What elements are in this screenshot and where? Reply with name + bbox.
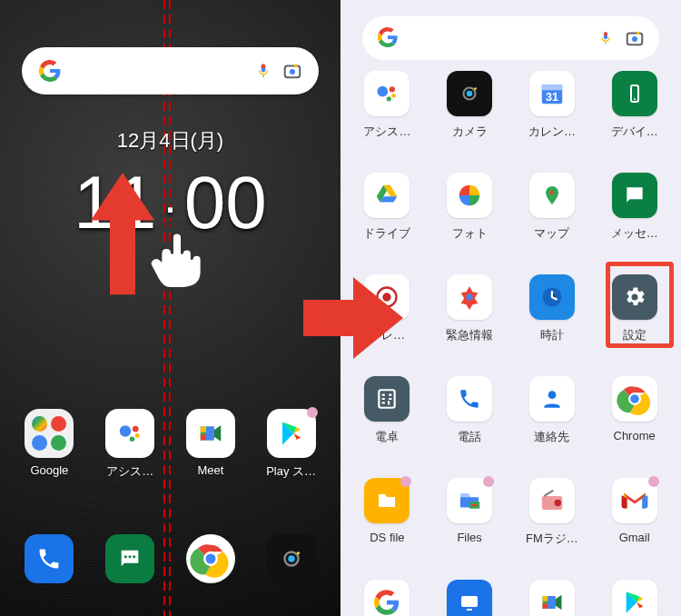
svg-point-9 — [133, 555, 135, 558]
drive-icon — [364, 173, 410, 218]
app-assistant[interactable]: アシス… — [94, 409, 166, 480]
gmail-icon — [612, 478, 657, 523]
app-calculator[interactable]: 電卓 — [346, 376, 429, 478]
svg-point-15 — [297, 551, 300, 554]
app-messages[interactable]: メッセ… — [593, 173, 676, 274]
meet-icon — [186, 409, 235, 458]
app-label: 時計 — [540, 327, 564, 343]
google-search-pill[interactable] — [22, 47, 319, 94]
app-maps[interactable]: マップ — [511, 173, 594, 274]
app-chrome[interactable]: Chrome — [593, 376, 676, 478]
notification-badge — [483, 476, 494, 487]
app-play-store[interactable]: Play ス… — [255, 409, 328, 480]
clock-time: 1100 — [0, 160, 340, 245]
svg-point-1 — [290, 69, 295, 75]
app-meet[interactable]: Meet — [174, 409, 247, 480]
svg-point-5 — [135, 433, 140, 438]
photos-icon — [447, 173, 492, 218]
assistant-icon — [364, 71, 410, 116]
google-icon — [364, 580, 410, 616]
app-google-folder[interactable]: Google — [13, 409, 85, 480]
app-meet[interactable] — [511, 580, 594, 616]
svg-point-8 — [129, 555, 132, 558]
app-tv[interactable] — [429, 580, 511, 616]
camera-icon — [267, 534, 316, 583]
fm-radio-icon — [529, 478, 575, 523]
maps-icon — [529, 173, 575, 218]
assistant-icon — [105, 409, 154, 458]
app-gmail[interactable]: Gmail — [593, 478, 676, 580]
app-voice-rec[interactable]: 声レ… — [346, 274, 429, 376]
svg-point-34 — [467, 294, 473, 301]
app-camera[interactable]: カメラ — [429, 71, 511, 173]
drawer-search[interactable] — [362, 16, 659, 60]
lens-icon[interactable] — [282, 61, 302, 81]
app-phone[interactable]: 電話 — [429, 376, 511, 478]
lens-icon[interactable] — [625, 28, 645, 48]
svg-point-30 — [634, 98, 636, 100]
settings-icon — [612, 274, 657, 320]
app-play-store[interactable] — [593, 580, 676, 616]
app-label: DS file — [370, 531, 404, 544]
app-contacts[interactable]: 連絡先 — [511, 376, 594, 478]
contacts-icon — [529, 376, 575, 422]
svg-point-21 — [392, 94, 397, 98]
svg-point-19 — [378, 86, 389, 97]
home-screen: 12月4日(月) 1100 Google アシス… — [0, 0, 340, 616]
mic-icon[interactable] — [596, 28, 616, 48]
calculator-icon — [364, 376, 410, 422]
app-calendar[interactable]: 31カレン… — [511, 71, 594, 173]
svg-point-24 — [467, 91, 473, 97]
files-icon — [447, 478, 492, 523]
app-drive[interactable]: ドライブ — [346, 173, 429, 274]
app-label: Gmail — [619, 531, 650, 544]
svg-point-20 — [390, 86, 395, 92]
app-photos[interactable]: フォト — [429, 173, 511, 274]
svg-rect-18 — [637, 32, 640, 35]
app-device[interactable]: デバイ… — [593, 71, 676, 173]
app-label: 設定 — [623, 327, 646, 343]
svg-point-3 — [120, 425, 132, 437]
svg-rect-2 — [294, 65, 298, 67]
app-label: フォト — [452, 225, 488, 242]
app-label: 電話 — [458, 429, 481, 445]
google-folder-icon — [25, 409, 74, 458]
app-label: メッセ… — [611, 225, 658, 242]
app-label: マップ — [534, 225, 569, 242]
app-files[interactable]: Files — [429, 478, 511, 580]
play-store-icon — [267, 409, 316, 458]
clock-date: 12月4日(月) — [0, 127, 340, 154]
chrome-icon — [612, 376, 657, 422]
app-assistant[interactable]: アシス… — [346, 71, 429, 173]
dock-camera[interactable] — [255, 534, 328, 583]
app-label: Files — [457, 531, 481, 544]
app-fm-radio[interactable]: FMラジ… — [511, 478, 594, 580]
notification-badge — [648, 476, 659, 487]
notification-badge — [400, 476, 411, 487]
app-label: 電卓 — [375, 429, 399, 445]
camera-icon — [447, 71, 492, 116]
svg-point-33 — [383, 293, 391, 301]
app-ds-file[interactable]: DS file — [346, 478, 429, 580]
svg-point-25 — [474, 87, 477, 90]
clock-icon — [529, 274, 575, 320]
mic-icon[interactable] — [253, 61, 273, 81]
dock-phone[interactable] — [13, 534, 85, 583]
dock-chrome[interactable] — [174, 534, 247, 583]
svg-text:31: 31 — [546, 91, 558, 104]
dock-messages[interactable] — [94, 534, 166, 583]
clock-widget[interactable]: 12月4日(月) 1100 — [0, 127, 340, 245]
google-logo-icon — [38, 59, 62, 83]
app-settings[interactable]: 設定 — [593, 274, 676, 376]
app-label: カレン… — [528, 124, 576, 140]
app-clock[interactable]: 時計 — [511, 274, 594, 376]
home-apps-row: Google アシス… Meet Play ス… — [0, 409, 340, 480]
app-emergency[interactable]: 緊急情報 — [429, 274, 511, 376]
ds-file-icon — [364, 478, 410, 523]
app-google[interactable]: Google — [346, 580, 429, 616]
app-drawer: アシス…カメラ31カレン…デバイ…ドライブフォトマップメッセ…声レ…緊急情報時計… — [340, 0, 681, 616]
notification-badge — [307, 407, 318, 418]
svg-rect-45 — [461, 596, 478, 607]
app-label: アシス… — [363, 124, 410, 140]
google-logo-icon — [377, 26, 400, 50]
